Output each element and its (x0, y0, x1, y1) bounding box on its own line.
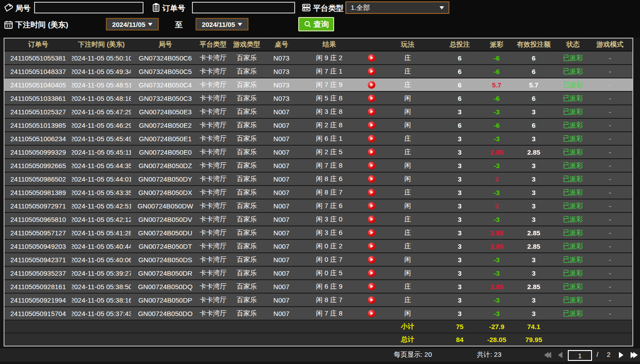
cell-payout: -6 (484, 65, 509, 78)
column-header-9: 总投注 (435, 39, 484, 51)
cell-table-no: N073 (267, 92, 296, 104)
cell-result: 闲 2 庄 5 (296, 146, 362, 158)
cell-table-no: N007 (267, 307, 296, 320)
cell-time: 2024-11-05 05:45:49 (72, 132, 131, 145)
cell-status: 已派彩 (558, 186, 588, 199)
tag-icon (4, 3, 13, 13)
play-icon[interactable] (368, 68, 375, 75)
cell-game-type: 百家乐 (226, 213, 267, 225)
column-header-12: 状态 (558, 39, 588, 51)
play-icon[interactable] (368, 243, 375, 250)
cell-time: 2024-11-05 05:45:11 (72, 146, 131, 158)
table-row[interactable]: 2411050509729712024-11-05 05:42:51GN0072… (4, 199, 632, 213)
play-icon[interactable] (368, 189, 375, 196)
table-row[interactable]: 2411050510553812024-11-05 05:50:10GN0732… (4, 52, 632, 65)
cell-game-mode: - (588, 307, 632, 320)
table-row[interactable]: 2411050509281612024-11-05 05:38:50GN0072… (4, 280, 632, 294)
cell-game-type: 百家乐 (226, 92, 267, 104)
order-input[interactable] (192, 2, 295, 13)
cell-video (362, 119, 380, 131)
play-icon[interactable] (368, 256, 375, 264)
play-icon[interactable] (368, 296, 375, 304)
play-icon[interactable] (368, 148, 375, 156)
table-row[interactable]: 2411050509993292024-11-05 05:45:11GN0072… (4, 146, 632, 159)
table-row[interactable]: 2411050509813892024-11-05 05:43:35GN0072… (4, 186, 632, 199)
play-icon[interactable] (368, 121, 375, 129)
round-input[interactable] (34, 2, 144, 13)
cell-table-no: N007 (267, 105, 296, 118)
play-icon[interactable] (368, 108, 375, 116)
cell-table-no: N007 (267, 294, 296, 306)
cell-round: GN00724B050DR (131, 267, 200, 279)
search-button[interactable]: 查询 (298, 17, 334, 31)
table-row[interactable]: 2411050510139852024-11-05 05:46:29GN0072… (4, 119, 632, 132)
cell-status: 已派彩 (558, 280, 588, 293)
prev-page-button[interactable] (558, 352, 562, 358)
play-icon[interactable] (368, 283, 375, 290)
cell-order: 241105050972971 (4, 199, 72, 212)
play-icon[interactable] (368, 81, 375, 89)
cell-order: 241105050921994 (4, 294, 72, 306)
column-header-6: 结果 (296, 39, 362, 51)
chevron-down-icon (238, 23, 242, 26)
table-row[interactable]: 2411050509571272024-11-05 05:41:28GN0072… (4, 226, 632, 240)
cell-total-bet: 3 (435, 186, 484, 199)
cell-order: 241105050957127 (4, 226, 72, 239)
cell-round: GN00724B050E0 (131, 146, 200, 158)
cell-platform: 卡卡湾厅 (200, 173, 226, 185)
table-row[interactable]: 2411050510253272024-11-05 05:47:29GN0072… (4, 105, 632, 119)
play-icon[interactable] (368, 95, 375, 102)
date-to-picker[interactable]: 2024/11/05 (196, 18, 248, 30)
play-icon[interactable] (368, 175, 375, 183)
platform-select[interactable]: 1.全部 (345, 1, 449, 14)
table-row[interactable]: 2411050510338612024-11-05 05:48:18GN0732… (4, 92, 632, 105)
table-row[interactable]: 2411050509219942024-11-05 05:38:16GN0072… (4, 294, 632, 307)
play-icon[interactable] (368, 216, 375, 223)
cell-table-no: N007 (267, 173, 296, 185)
table-row[interactable]: 2411050509926652024-11-05 05:44:35GN0072… (4, 159, 632, 173)
table-row[interactable]: 2411050510483372024-11-05 05:49:34GN0732… (4, 65, 632, 78)
table-row[interactable]: 2411050509658102024-11-05 05:42:12GN0072… (4, 213, 632, 226)
table-row[interactable]: 2411050510404052024-11-05 05:48:51GN0732… (4, 78, 632, 92)
table-row[interactable]: 2411050509157042024-11-05 05:37:43GN0072… (4, 307, 632, 321)
next-page-button[interactable] (619, 352, 623, 358)
cell-play-type: 闲 (380, 105, 435, 118)
table-row[interactable]: 2411050509492032024-11-05 05:40:44GN0072… (4, 240, 632, 253)
play-icon[interactable] (368, 229, 375, 237)
cell-payout: -3 (484, 213, 509, 225)
cell-round: GN00724B050DW (131, 199, 200, 212)
cell-time: 2024-11-05 05:50:10 (72, 52, 131, 64)
cell-play-type: 庄 (380, 240, 435, 252)
cell-table-no: N007 (267, 213, 296, 225)
cell-table-no: N073 (267, 65, 296, 78)
cell-platform: 卡卡湾厅 (200, 240, 226, 252)
cell-table-no: N007 (267, 267, 296, 279)
table-row[interactable]: 2411050509352372024-11-05 05:39:27GN0072… (4, 267, 632, 280)
page-number-input[interactable] (568, 350, 592, 361)
cell-total-bet: 3 (435, 213, 484, 225)
play-icon[interactable] (368, 269, 375, 277)
cell-payout: -3 (484, 159, 509, 172)
cell-video (362, 186, 380, 199)
cell-order: 241105050928161 (4, 280, 72, 293)
table-row[interactable]: 2411050509423712024-11-05 05:40:06GN0072… (4, 253, 632, 267)
play-icon[interactable] (368, 162, 375, 169)
last-page-button[interactable] (631, 352, 638, 358)
table-row[interactable]: 2411050509865022024-11-05 05:44:01GN0072… (4, 173, 632, 186)
play-icon[interactable] (368, 135, 375, 143)
play-icon[interactable] (368, 202, 375, 210)
play-icon[interactable] (368, 54, 375, 62)
cell-status: 已派彩 (558, 159, 588, 172)
table-header-row: 订单号下注时间 (美东)局号平台类型游戏类型桌号结果玩法总投注派彩有效投注额状态… (4, 39, 632, 52)
cell-game-type: 百家乐 (226, 294, 267, 306)
cell-video (362, 146, 380, 158)
total-row: 总计 84 -28.05 79.95 (4, 334, 632, 346)
cell-order: 241105050935237 (4, 267, 72, 279)
cell-payout: -6 (484, 52, 509, 64)
cell-game-type: 百家乐 (226, 173, 267, 185)
first-page-button[interactable] (544, 352, 551, 358)
play-icon[interactable] (368, 310, 375, 317)
table-row[interactable]: 2411050510062342024-11-05 05:45:49GN0072… (4, 132, 632, 146)
cell-round: GN07324B050C4 (131, 78, 200, 91)
date-from-picker[interactable]: 2024/11/05 (106, 18, 159, 30)
